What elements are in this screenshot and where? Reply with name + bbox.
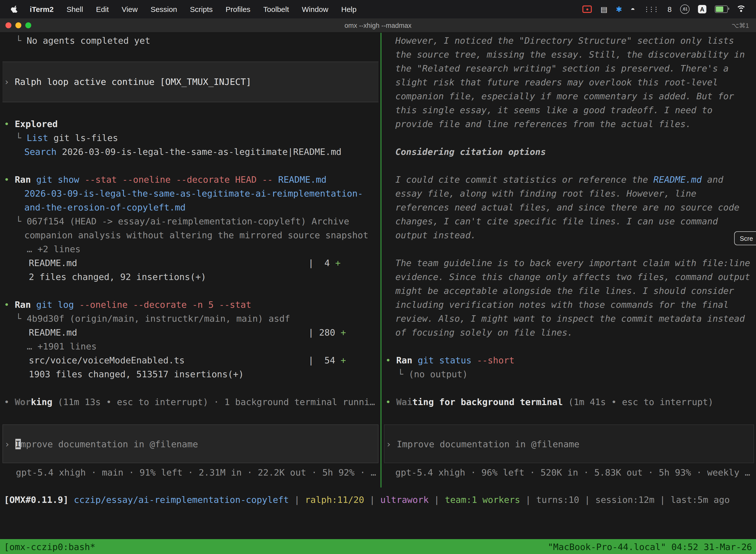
- terminal-line: └ List git ls-files: [0, 131, 380, 145]
- window-shortcut-label: ⌥⌘1: [732, 21, 749, 29]
- terminal-line: … +1901 lines: [0, 340, 380, 353]
- right-pane-scrollback: However, I noticed the "Directory Struct…: [381, 33, 756, 409]
- text-segment: (1m 41s • esc to interrupt): [563, 397, 713, 407]
- terminal-line: • Waiting for background terminal (1m 41…: [381, 395, 756, 409]
- minimize-button[interactable]: [15, 22, 21, 28]
- menu-shell[interactable]: Shell: [60, 5, 89, 13]
- text-segment: git ls-files: [48, 132, 118, 143]
- apple-menu-icon[interactable]: [11, 5, 18, 13]
- spacer: [381, 340, 756, 353]
- text-segment: git log: [36, 299, 79, 310]
- text-segment: and-the-erosion-of-copyleft.md: [24, 202, 186, 213]
- omx-status-zone: [OMX#0.11.9] cczip/essay/ai-reimplementa…: [0, 488, 756, 539]
- keyboard-icon[interactable]: ▤: [601, 5, 608, 13]
- window-title-bar: omx --xhigh --madmax ⌥⌘1: [0, 18, 756, 33]
- terminal-line: companion analysis without altering the …: [0, 228, 380, 242]
- text-segment: However, I noticed the "Directory Struct…: [395, 35, 734, 46]
- battery-fill: [716, 6, 723, 12]
- close-button[interactable]: [5, 22, 11, 28]
- text-segment: └: [398, 369, 408, 379]
- text-segment: essay file, along with finding root file…: [395, 188, 696, 199]
- left-terminal-pane[interactable]: └ No agents completed yet› Ralph loop ac…: [0, 33, 380, 488]
- spacer: [0, 381, 380, 395]
- input-source-icon[interactable]: A: [698, 5, 706, 13]
- grid-icon[interactable]: ⋮⋮⋮: [643, 6, 659, 12]
- menu-view[interactable]: View: [115, 5, 144, 13]
- text-segment: git show: [36, 174, 84, 185]
- text-segment: •: [4, 174, 15, 185]
- menu-iterm2[interactable]: iTerm2: [23, 5, 60, 13]
- text-segment: └: [16, 313, 26, 324]
- text-segment: --short: [477, 355, 515, 365]
- right-terminal-pane[interactable]: However, I noticed the "Directory Struct…: [381, 33, 756, 488]
- spacer: [0, 284, 380, 298]
- zoom-button[interactable]: [25, 22, 31, 28]
- terminal-line: └ No agents completed yet: [0, 34, 380, 48]
- tmux-session-label: [omx-cczip0:bash*: [4, 541, 95, 552]
- menu-items: iTerm2ShellEditViewSessionScriptsProfile…: [23, 5, 363, 13]
- blue-app-icon[interactable]: ✱: [616, 5, 622, 13]
- menu-edit[interactable]: Edit: [89, 5, 115, 13]
- text-segment: 067f154 (HEAD -> essay/ai-reimplementati…: [26, 216, 349, 226]
- battery-icon[interactable]: [715, 5, 728, 13]
- menu-session[interactable]: Session: [144, 5, 184, 13]
- terminal-line: review. Also, I might want to inspect th…: [381, 312, 756, 326]
- terminal-line: • Ran git status --short: [381, 353, 756, 367]
- eight-app-icon[interactable]: 8: [668, 5, 672, 13]
- wifi-icon[interactable]: [736, 5, 746, 13]
- terminal-line: the source tree, missing the essay. Stil…: [381, 48, 756, 62]
- prompt-input-right[interactable]: › Improve documentation in @filename: [384, 425, 754, 463]
- menu-toolbelt[interactable]: Toolbelt: [257, 5, 296, 13]
- text-segment: Wai: [396, 397, 412, 407]
- text-segment: 2026-03-09-is-legal-the-same-as-legitima…: [57, 147, 341, 157]
- screen: iTerm2ShellEditViewSessionScriptsProfile…: [0, 0, 756, 554]
- terminal-line: 2026-03-09-is-legal-the-same-as-legitima…: [0, 187, 380, 201]
- gauge-icon[interactable]: .61: [680, 4, 690, 14]
- traffic-lights: [5, 22, 31, 28]
- text-segment: •: [4, 299, 15, 310]
- screen-edge-tooltip[interactable]: Scre: [735, 231, 756, 245]
- text-segment: changes, I can't cite specific file line…: [395, 216, 718, 226]
- text-segment: └: [16, 216, 26, 226]
- text-segment: List: [26, 132, 48, 143]
- terminal-line: including verification notes with those …: [381, 298, 756, 312]
- menu-window[interactable]: Window: [296, 5, 335, 13]
- spacer: [0, 102, 380, 117]
- terminal-line: slight risk that future readers may over…: [381, 75, 756, 89]
- text-segment: [31, 299, 36, 310]
- terminal-line: changes, I can't cite specific file line…: [381, 214, 756, 228]
- terminal-line: [OMX#0.11.9] cczip/essay/ai-reimplementa…: [0, 493, 756, 507]
- model-status-line-right: gpt-5.4 xhigh · 96% left · 520K in · 5.8…: [395, 466, 756, 480]
- text-segment: king: [31, 397, 52, 407]
- text-segment: Ran: [396, 355, 412, 365]
- menu-help[interactable]: Help: [335, 5, 363, 13]
- text-segment: README.md: [29, 327, 77, 338]
- screen-record-icon[interactable]: [583, 5, 592, 13]
- text-segment: provide file and line references from th…: [395, 119, 691, 129]
- terminal-line: essay file, along with finding root file…: [381, 187, 756, 201]
- terminal-line: └ (no output): [381, 367, 756, 381]
- text-segment: •: [4, 397, 15, 407]
- menu-scripts[interactable]: Scripts: [184, 5, 219, 13]
- text-segment: Search: [24, 147, 57, 157]
- text-segment: +: [335, 258, 340, 268]
- text-segment: No agents completed yet: [26, 35, 150, 46]
- text-segment: |: [520, 494, 536, 505]
- text-segment: Explored: [15, 119, 58, 129]
- terminal-line: Considering citation options: [381, 145, 756, 159]
- terminal-line: output instead.: [381, 228, 756, 242]
- text-segment: 2 files changed, 92 insertions(+): [29, 272, 206, 282]
- terminal-line: The team guideline is to back every impo…: [381, 256, 756, 270]
- spacer: [0, 159, 380, 173]
- text-segment: README.md: [29, 258, 77, 268]
- text-segment: … +2 lines: [27, 244, 81, 254]
- model-status-line-left: gpt-5.4 xhigh · main · 91% left · 2.31M …: [16, 466, 380, 480]
- text-segment: (11m 13s • esc to interrupt) · 1 backgro…: [52, 397, 375, 407]
- terminal-line: └ 067f154 (HEAD -> essay/ai-reimplementa…: [0, 214, 380, 228]
- text-segment: Considering citation options: [395, 147, 546, 157]
- prompt-input-left[interactable]: › Improve documentation in @filename: [2, 425, 378, 463]
- text-segment: [412, 355, 418, 365]
- text-segment: ultrawork: [380, 494, 429, 505]
- menu-profiles[interactable]: Profiles: [219, 5, 257, 13]
- round-app-icon[interactable]: ◓: [630, 5, 635, 13]
